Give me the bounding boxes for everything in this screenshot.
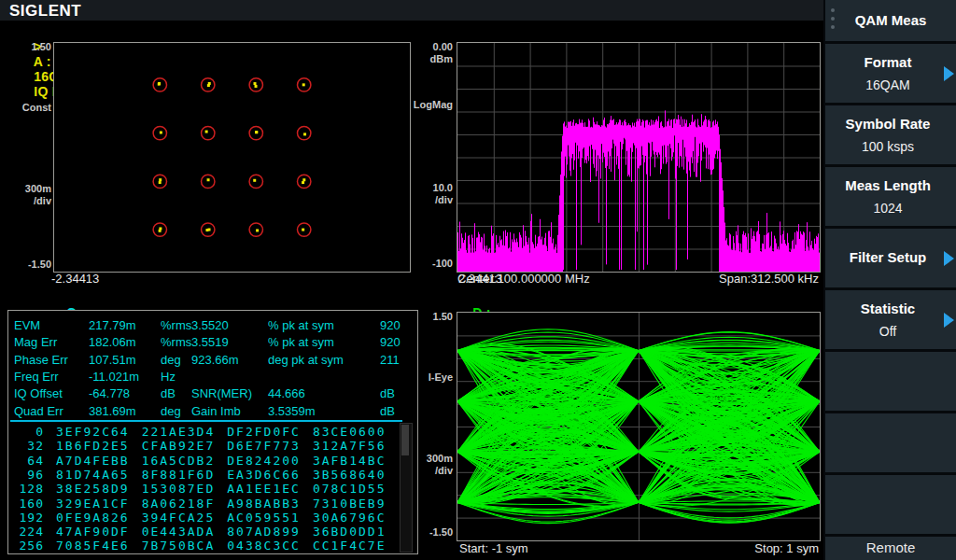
softkey-filter-setup[interactable]: Filter Setup <box>825 229 956 287</box>
hex-offset: 0 <box>12 425 44 439</box>
hex-group: 8F881F6D <box>142 468 216 482</box>
hex-group: 807AD899 <box>227 525 301 539</box>
softkey-value: Off <box>825 324 950 339</box>
spectrum-plot[interactable] <box>457 42 821 273</box>
table-separator <box>10 420 402 422</box>
hex-group: 312A7F56 <box>313 439 387 453</box>
symerr-cell: % pk at sym <box>268 335 334 349</box>
b-axis-top-unit: dBm <box>397 53 453 64</box>
b-axis-perdiv-label: 10.0 <box>397 182 453 193</box>
symerr-cell: 217.79m <box>89 318 136 332</box>
submenu-arrow-icon <box>944 251 954 266</box>
constellation-canvas <box>54 43 410 272</box>
symerr-cell: 381.69m <box>89 404 136 418</box>
softkey-meas-length[interactable]: Meas Length1024 <box>825 167 956 226</box>
hex-group: 47AF90DF <box>56 525 130 539</box>
hex-group: 3B568640 <box>313 468 387 482</box>
hex-group: AA1EE1EC <box>227 482 301 496</box>
hex-offset: 256 <box>12 539 44 553</box>
symerr-cell: dB <box>380 386 395 400</box>
d-axis-trace-label: I-Eye <box>397 371 453 383</box>
symerr-cell: Phase Err <box>14 353 68 367</box>
a-axis-top-label: 1.50 <box>1 41 51 52</box>
hex-group: D6E7F773 <box>227 439 301 453</box>
softkey-blank-7[interactable] <box>825 475 956 534</box>
hex-group: 0E443ADA <box>142 525 216 539</box>
softkey-label: Filter Setup <box>825 249 950 265</box>
hex-group: A7D4FEBB <box>56 454 130 468</box>
d-axis-perdiv-unit: /div <box>397 465 453 476</box>
hex-group: 3AFB14BC <box>313 454 387 468</box>
symerr-cell: 923.66m <box>191 353 239 367</box>
d-stop-label: Stop: 1 sym <box>632 541 819 555</box>
symerr-cell: Gain Imb <box>191 404 241 418</box>
remote-label: Remote <box>825 539 956 555</box>
softkey-format[interactable]: Format16QAM <box>825 44 956 103</box>
symerr-cell: Freq Err <box>14 370 59 384</box>
softkey-blank-5[interactable] <box>825 352 956 411</box>
symerr-cell: -11.021m <box>89 370 139 384</box>
hex-offset: 128 <box>12 482 44 496</box>
remote-button[interactable]: Remote <box>825 537 956 560</box>
hex-group: 7085F4E6 <box>56 539 130 553</box>
d-start-label: Start: -1 sym <box>459 541 528 555</box>
symerr-cell: deg pk at sym <box>268 353 344 367</box>
symerr-window[interactable]: EVM217.79m%rms3.5520% pk at sym920Mag Er… <box>7 310 418 554</box>
hex-group: EA3D6C66 <box>227 468 301 482</box>
hex-offset: 192 <box>12 511 44 525</box>
symerr-cell: Mag Err <box>14 335 57 349</box>
hex-row: 12838E258D9153087EDAA1EE1EC078C1D55 <box>12 482 387 496</box>
eye-diagram-canvas <box>457 313 820 540</box>
hex-row: 22447AF90DF0E443ADA807AD89936BD0DD1 <box>12 525 387 539</box>
hex-group: 83CE0600 <box>313 425 387 439</box>
symerr-cell: 920 <box>380 335 401 349</box>
symerr-cell: 3.5519 <box>191 335 229 349</box>
hex-group: 0438C3CC <box>227 539 301 553</box>
symerr-cell: SNR(MER) <box>191 386 252 400</box>
symerr-cell: % pk at sym <box>268 318 334 332</box>
hex-offset: 96 <box>12 468 44 482</box>
eye-diagram-plot[interactable] <box>457 312 821 541</box>
b-axis-scale-label: LogMag <box>397 99 453 110</box>
a-axis-trace-label: Const <box>1 102 51 113</box>
symerr-cell: -64.778 <box>89 386 130 400</box>
softkey-label: Format <box>825 54 950 70</box>
hex-group: DE824200 <box>227 454 301 468</box>
symerr-cell: IQ Offset <box>14 386 63 400</box>
softkey-blank-6[interactable] <box>825 413 956 472</box>
constellation-plot[interactable] <box>53 42 411 273</box>
spectrum-canvas <box>457 43 820 272</box>
a-axis-perdiv-label: 300m <box>1 183 51 194</box>
symerr-cell: Quad Err <box>14 404 63 418</box>
softkey-symbol-rate[interactable]: Symbol Rate100 ksps <box>825 105 956 164</box>
hex-group: CFAB92E7 <box>142 439 216 453</box>
hex-offset: 64 <box>12 454 44 468</box>
a-axis-bottom-label: -1.50 <box>1 259 51 270</box>
softkey-value: 16QAM <box>825 77 950 92</box>
hex-row: 160329EA1CF8A06218FA98BABB37310BEB9 <box>12 497 387 511</box>
hex-group: 7B750BCA <box>142 539 216 553</box>
symerr-cell: dB <box>380 404 395 418</box>
hex-group: 394FCA25 <box>142 511 216 525</box>
top-bar: SIGLENT <box>0 0 823 21</box>
b-axis-top-label: 0.00 <box>397 41 453 52</box>
submenu-arrow-icon <box>944 313 954 328</box>
hex-group: 30A6796C <box>313 511 387 525</box>
hex-group: 329EA1CF <box>56 497 130 511</box>
a-axis-perdiv-unit: /div <box>1 195 51 206</box>
hex-scrollbar-thumb[interactable] <box>401 425 409 455</box>
d-axis-bottom-label: -1.50 <box>397 526 453 538</box>
a-xmin-label: -2.34413 <box>51 272 99 286</box>
hex-row: 9681D74A658F881F6DEA3D6C663B568640 <box>12 468 387 482</box>
b-axis-perdiv-unit: /div <box>397 194 453 205</box>
symerr-cell: 107.51m <box>89 353 136 367</box>
hex-group: 078C1D55 <box>313 482 387 496</box>
hex-group: 8A06218F <box>142 497 216 511</box>
b-axis-bottom-label: -100 <box>397 258 453 269</box>
hex-row: 03EF92C64221AE3D4DF2FD0FC83CE0600 <box>12 425 387 439</box>
softkey-statistic[interactable]: StatisticOff <box>825 290 956 349</box>
b-center-freq-label: Center:100.000000 MHz <box>457 272 590 286</box>
hex-group: 36BD0DD1 <box>313 525 387 539</box>
hex-group: 0FE9A826 <box>56 511 130 525</box>
hex-group: AC059551 <box>227 511 301 525</box>
